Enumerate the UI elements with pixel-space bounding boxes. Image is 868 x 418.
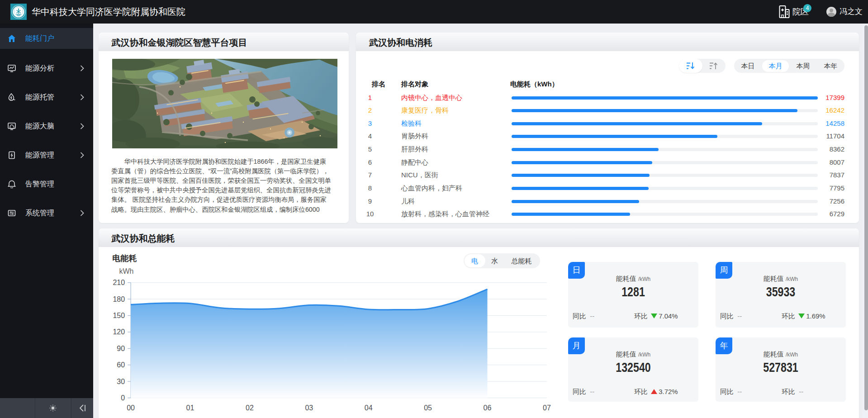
svg-text:30: 30	[117, 378, 125, 385]
svg-text:60: 60	[117, 361, 125, 369]
svg-text:210: 210	[113, 279, 125, 286]
svg-text:0: 0	[121, 394, 125, 402]
svg-text:150: 150	[113, 312, 125, 319]
svg-text:00: 00	[127, 404, 135, 412]
svg-text:03: 03	[305, 404, 313, 412]
svg-text:05: 05	[424, 404, 432, 412]
svg-text:120: 120	[113, 328, 125, 336]
svg-text:180: 180	[113, 295, 125, 303]
svg-text:07: 07	[543, 404, 551, 412]
svg-text:06: 06	[483, 404, 491, 412]
svg-text:90: 90	[117, 345, 125, 352]
svg-text:04: 04	[364, 404, 372, 412]
svg-text:02: 02	[246, 404, 254, 412]
svg-text:01: 01	[186, 404, 194, 412]
